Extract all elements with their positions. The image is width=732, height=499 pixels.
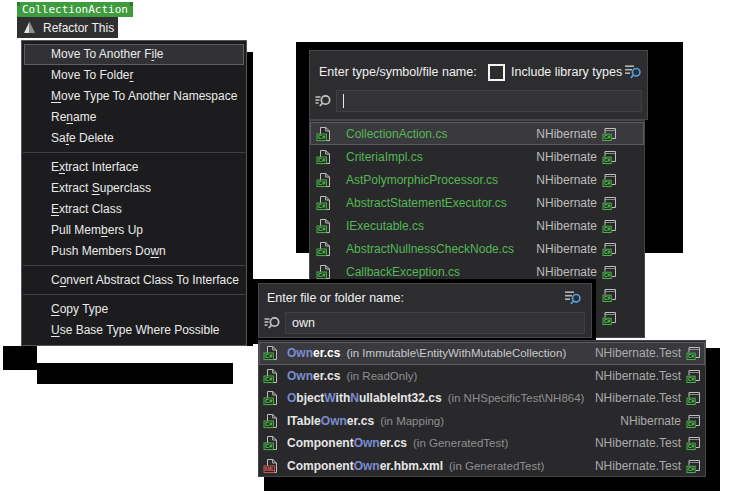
project-name: NHibernate bbox=[536, 150, 597, 164]
svg-text:C#: C# bbox=[604, 318, 611, 324]
match-highlight: Own bbox=[287, 346, 313, 360]
csharp-project-icon: C# bbox=[686, 435, 702, 451]
svg-text:C#: C# bbox=[604, 203, 611, 209]
text-caret bbox=[343, 94, 344, 108]
project-name: NHibernate bbox=[536, 265, 597, 279]
project-name: NHibernate bbox=[536, 173, 597, 187]
match-highlight: W bbox=[324, 391, 335, 405]
file-result-row[interactable]: C#ObjectWithNullableInt32.cs(in NHSpecif… bbox=[259, 387, 705, 410]
file-location: (in ReadOnly) bbox=[346, 370, 417, 382]
csharp-project-icon: C# bbox=[686, 390, 702, 406]
type-popup-label: Enter type/symbol/file name: bbox=[319, 65, 477, 79]
csharp-file-icon: C# bbox=[263, 390, 279, 406]
screenshot-root: CollectionAction Refactor This Move To A… bbox=[0, 0, 732, 499]
type-result-row[interactable]: C#AstPolymorphicProcessor.csNHibernateC# bbox=[310, 168, 644, 191]
menu-item[interactable]: Move To Another File bbox=[24, 44, 244, 65]
file-search-query: own bbox=[292, 316, 315, 330]
selection-handle bbox=[130, 2, 133, 6]
file-name: ComponentOwner.cs bbox=[287, 436, 407, 450]
csharp-project-icon: C# bbox=[602, 195, 618, 211]
type-result-row[interactable]: C#CollectionAction.csNHibernateC# bbox=[310, 122, 644, 145]
file-result-row[interactable]: C#Owner.cs(in ReadOnly)NHibernate.TestC# bbox=[259, 365, 705, 388]
csharp-file-icon: C# bbox=[316, 149, 332, 165]
goto-type-popup-header: Enter type/symbol/file name: Include lib… bbox=[309, 50, 648, 120]
file-search-input[interactable]: own bbox=[285, 312, 585, 334]
file-name: IExecutable.cs bbox=[346, 219, 424, 233]
svg-text:XML: XML bbox=[264, 467, 274, 472]
file-result-row[interactable]: C#Owner.cs(in Immutable\EntityWithMutabl… bbox=[259, 342, 705, 365]
selection-handle bbox=[17, 2, 20, 6]
match-highlight: N bbox=[350, 391, 359, 405]
refactor-this-header: Refactor This bbox=[17, 17, 118, 38]
file-name: AbstractNullnessCheckNode.cs bbox=[346, 242, 514, 256]
svg-text:C#: C# bbox=[604, 249, 611, 255]
menu-item[interactable]: Rename bbox=[24, 107, 244, 128]
refactor-menu-title: Refactor This bbox=[43, 21, 114, 35]
csharp-file-icon: C# bbox=[263, 413, 279, 429]
project-name: NHibernate bbox=[620, 414, 681, 428]
csharp-project-icon: C# bbox=[602, 310, 618, 326]
menu-item[interactable]: Move Type To Another Namespace bbox=[24, 86, 244, 107]
file-location: (in Mapping) bbox=[380, 415, 444, 427]
project-name: NHibernate bbox=[536, 196, 597, 210]
svg-text:C#: C# bbox=[688, 398, 695, 404]
file-location: (in NHSpecificTest\NH864) bbox=[448, 392, 585, 404]
type-result-row[interactable]: C#CriteriaImpl.csNHibernateC# bbox=[310, 145, 644, 168]
include-library-types-label[interactable]: Include library types bbox=[511, 65, 622, 79]
file-result-row[interactable]: XMLComponentOwner.hbm.xml(in GeneratedTe… bbox=[259, 455, 705, 478]
svg-text:C#: C# bbox=[265, 398, 273, 404]
type-result-row[interactable]: C#AbstractStatementExecutor.csNHibernate… bbox=[310, 191, 644, 214]
file-name: CollectionAction.cs bbox=[346, 127, 447, 141]
type-search-input[interactable] bbox=[336, 90, 642, 112]
menu-item[interactable]: Convert Abstract Class To Interface bbox=[24, 270, 244, 291]
svg-text:C#: C# bbox=[265, 421, 273, 427]
file-location: (in Immutable\EntityWithMutableCollectio… bbox=[346, 347, 566, 359]
menu-item[interactable]: Safe Delete bbox=[24, 128, 244, 149]
type-result-row[interactable]: C#IExecutable.csNHibernateC# bbox=[310, 214, 644, 237]
menu-item[interactable]: Copy Type bbox=[24, 299, 244, 320]
include-library-types-checkbox[interactable] bbox=[488, 64, 505, 81]
menu-item[interactable]: Move To Folder bbox=[24, 65, 244, 86]
menu-item[interactable]: Use Base Type Where Possible bbox=[24, 320, 244, 341]
match-highlight: Own bbox=[321, 414, 347, 428]
file-location: (in GeneratedTest) bbox=[413, 437, 508, 449]
csharp-project-icon: C# bbox=[602, 172, 618, 188]
csharp-file-icon: C# bbox=[316, 241, 332, 257]
file-result-row[interactable]: C#ITableOwner.cs(in Mapping)NHibernateC# bbox=[259, 410, 705, 433]
file-name: CallbackException.cs bbox=[346, 265, 460, 279]
svg-text:C#: C# bbox=[318, 180, 326, 186]
goto-file-results-list: C#Owner.cs(in Immutable\EntityWithMutabl… bbox=[258, 340, 706, 477]
file-name: AstPolymorphicProcessor.cs bbox=[346, 173, 498, 187]
svg-text:C#: C# bbox=[265, 376, 273, 382]
csharp-file-icon: C# bbox=[316, 218, 332, 234]
file-result-row[interactable]: C#ComponentOwner.cs(in GeneratedTest)NHi… bbox=[259, 432, 705, 455]
svg-text:C#: C# bbox=[318, 134, 326, 140]
menu-item[interactable]: Extract Class bbox=[24, 199, 244, 220]
csharp-file-icon: C# bbox=[316, 195, 332, 211]
project-name: NHibernate bbox=[536, 127, 597, 141]
menu-item[interactable]: Extract Interface bbox=[24, 157, 244, 178]
menu-separator bbox=[23, 294, 245, 295]
menu-item[interactable]: Push Members Down bbox=[24, 241, 244, 262]
menu-item[interactable]: Pull Members Up bbox=[24, 220, 244, 241]
svg-text:C#: C# bbox=[688, 443, 695, 449]
search-options-icon bbox=[263, 314, 282, 332]
csharp-file-icon: C# bbox=[263, 345, 279, 361]
menu-item[interactable]: Extract Superclass bbox=[24, 178, 244, 199]
csharp-file-icon: C# bbox=[316, 264, 332, 280]
csharp-project-icon: C# bbox=[602, 241, 618, 257]
project-name: NHibernate.Test bbox=[595, 391, 681, 405]
filter-settings-icon[interactable] bbox=[563, 289, 583, 307]
filter-settings-icon[interactable] bbox=[623, 63, 643, 81]
svg-text:C#: C# bbox=[688, 466, 695, 472]
shadow bbox=[37, 363, 233, 384]
svg-text:C#: C# bbox=[318, 203, 326, 209]
type-result-row[interactable]: C#AbstractNullnessCheckNode.csNHibernate… bbox=[310, 237, 644, 260]
svg-text:C#: C# bbox=[318, 249, 326, 255]
svg-text:C#: C# bbox=[604, 295, 611, 301]
svg-text:C#: C# bbox=[604, 157, 611, 163]
goto-file-popup-header: Enter file or folder name: own bbox=[258, 283, 592, 338]
shadow bbox=[3, 346, 37, 370]
file-name: Owner.cs bbox=[287, 369, 340, 383]
csharp-project-icon: C# bbox=[686, 345, 702, 361]
